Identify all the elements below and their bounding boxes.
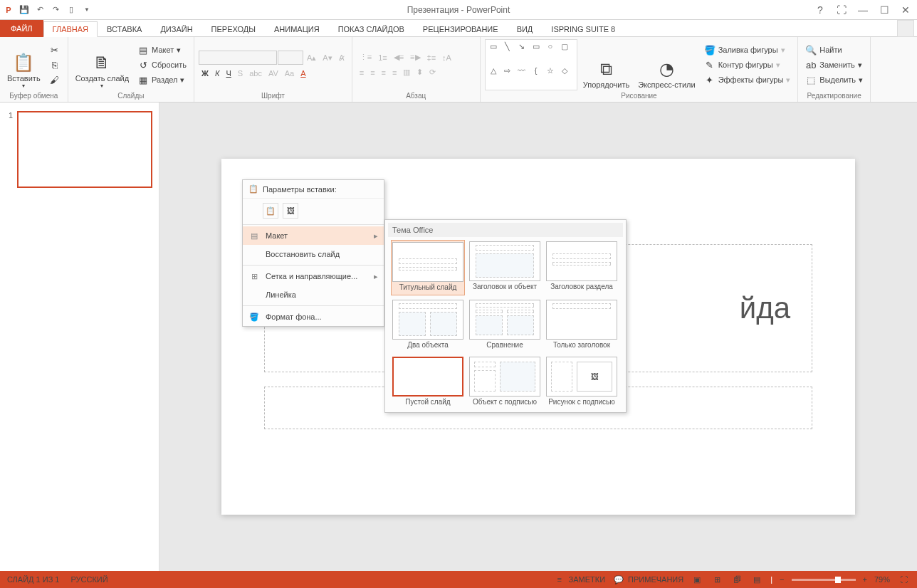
layout-two-content[interactable]: Два объекта — [391, 298, 465, 352]
char-spacing-button[interactable]: AV — [266, 68, 281, 79]
align-left-button[interactable]: ≡ — [357, 66, 367, 78]
paste-button[interactable]: 📋 Вставить ▾ — [4, 39, 43, 90]
shape-line-icon[interactable]: ╲ — [501, 41, 514, 51]
shapes-gallery[interactable]: ▭ ╲ ↘ ▭ ○ ▢ △ ⇨ 〰 { ☆ ◇ — [485, 39, 577, 90]
shape-rectangle-icon[interactable]: ▭ — [530, 41, 543, 51]
font-color-button[interactable]: A — [298, 68, 308, 79]
new-slide-button[interactable]: 🗎 Создать слайд ▾ — [73, 39, 132, 90]
increase-font-button[interactable]: A▴ — [304, 51, 319, 65]
grid-guides-menu-item[interactable]: ⊞ Сетка и направляющие... ▸ — [243, 267, 384, 285]
layout-button[interactable]: ▤Макет▾ — [135, 43, 189, 57]
maximize-icon[interactable]: ☐ — [877, 3, 891, 17]
user-avatar[interactable] — [897, 20, 914, 37]
restore-slide-menu-item[interactable]: Восстановить слайд — [243, 245, 384, 263]
quick-styles-button[interactable]: ◔ Экспресс-стили — [635, 39, 698, 90]
undo-icon[interactable]: ↶ — [34, 4, 46, 16]
shape-triangle-icon[interactable]: △ — [487, 65, 500, 75]
comments-button[interactable]: 💬ПРИМЕЧАНИЯ — [612, 573, 683, 586]
italic-button[interactable]: К — [212, 68, 222, 79]
change-case-button[interactable]: Aa — [282, 68, 297, 79]
section-button[interactable]: ▦Раздел▾ — [135, 73, 189, 87]
reading-view-icon[interactable]: 🗐 — [730, 573, 743, 586]
tab-ispring[interactable]: ISPRING SUITE 8 — [542, 21, 624, 37]
slideshow-view-icon[interactable]: ▤ — [750, 573, 763, 586]
paste-picture-button[interactable]: 🖼 — [283, 203, 298, 219]
shape-textbox-icon[interactable]: ▭ — [487, 41, 500, 51]
help-icon[interactable]: ? — [813, 3, 827, 17]
layout-section-header[interactable]: Заголовок раздела — [545, 240, 619, 295]
tab-insert[interactable]: ВСТАВКА — [98, 21, 151, 37]
layout-picture-caption[interactable]: 🖼 Рисунок с подписью — [545, 355, 619, 409]
layout-comparison[interactable]: Сравнение — [468, 298, 542, 352]
decrease-indent-button[interactable]: ◀≡ — [391, 51, 407, 63]
thumbnail-1[interactable]: 1 — [6, 111, 153, 188]
tab-home[interactable]: ГЛАВНАЯ — [43, 21, 98, 37]
shape-effects-button[interactable]: ✦Эффекты фигуры▾ — [701, 73, 794, 87]
underline-button[interactable]: Ч — [223, 68, 234, 79]
tab-view[interactable]: ВИД — [508, 21, 543, 37]
align-center-button[interactable]: ≡ — [367, 66, 377, 78]
layout-title-slide[interactable]: Титульный слайд — [391, 240, 465, 295]
font-family-combo[interactable] — [199, 51, 277, 65]
layout-title-content[interactable]: Заголовок и объект — [468, 240, 542, 295]
language-indicator[interactable]: РУССКИЙ — [70, 575, 108, 584]
close-icon[interactable]: ✕ — [898, 3, 913, 17]
find-button[interactable]: 🔍Найти — [802, 43, 866, 57]
shape-arrow-icon[interactable]: ↘ — [515, 41, 528, 51]
zoom-level[interactable]: 79% — [874, 575, 890, 584]
zoom-out-button[interactable]: − — [780, 575, 784, 584]
line-spacing-button[interactable]: ‡≡ — [424, 51, 439, 63]
format-background-menu-item[interactable]: 🪣 Формат фона... — [243, 308, 384, 326]
tab-file[interactable]: ФАЙЛ — [0, 20, 43, 37]
slide-indicator[interactable]: СЛАЙД 1 ИЗ 1 — [7, 575, 59, 584]
shape-callout-icon[interactable]: ◇ — [558, 65, 571, 75]
zoom-in-button[interactable]: + — [863, 575, 867, 584]
text-direction-button[interactable]: ↕A — [439, 51, 454, 63]
shape-brace-icon[interactable]: { — [530, 65, 543, 75]
shape-outline-button[interactable]: ✎Контур фигуры▾ — [701, 58, 794, 72]
arrange-button[interactable]: ⧉ Упорядочить — [580, 39, 632, 90]
qat-dropdown-icon[interactable]: ▼ — [81, 4, 93, 16]
align-text-button[interactable]: ⬍ — [414, 66, 426, 78]
shadow-button[interactable]: abc — [246, 68, 265, 79]
layout-blank[interactable]: Пустой слайд — [391, 355, 465, 409]
shape-curve-icon[interactable]: 〰 — [515, 65, 528, 75]
smartart-button[interactable]: ⟳ — [426, 66, 439, 78]
notes-button[interactable]: ≡ЗАМЕТКИ — [553, 573, 606, 586]
redo-icon[interactable]: ↷ — [50, 4, 61, 16]
tab-animations[interactable]: АНИМАЦИЯ — [265, 21, 329, 37]
copy-button[interactable]: ⎘ — [46, 58, 63, 72]
decrease-font-button[interactable]: A▾ — [320, 51, 335, 65]
paste-keep-source-button[interactable]: 📋 — [263, 203, 278, 219]
layout-title-only[interactable]: Только заголовок — [545, 298, 619, 352]
reset-button[interactable]: ↺Сбросить — [135, 58, 189, 72]
clear-formatting-button[interactable]: A̷ — [336, 51, 347, 65]
layout-menu-item[interactable]: ▤ Макет ▸ — [243, 226, 384, 245]
select-button[interactable]: ⬚Выделить▾ — [802, 73, 866, 87]
strikethrough-button[interactable]: S — [235, 68, 246, 79]
fit-to-window-icon[interactable]: ⛶ — [897, 573, 910, 586]
shape-fill-button[interactable]: 🪣Заливка фигуры▾ — [701, 43, 794, 57]
replace-button[interactable]: abЗаменить▾ — [802, 58, 866, 72]
sorter-view-icon[interactable]: ⊞ — [711, 573, 723, 586]
zoom-slider[interactable] — [792, 579, 856, 581]
ribbon-display-icon[interactable]: ⛶ — [834, 3, 849, 17]
align-right-button[interactable]: ≡ — [379, 66, 389, 78]
format-painter-button[interactable]: 🖌 — [46, 73, 63, 87]
bold-button[interactable]: Ж — [199, 68, 211, 79]
minimize-icon[interactable]: — — [856, 3, 870, 17]
shape-oval-icon[interactable]: ○ — [544, 41, 557, 51]
tab-slideshow[interactable]: ПОКАЗ СЛАЙДОВ — [329, 21, 414, 37]
bullets-button[interactable]: ⋮≡ — [357, 51, 374, 63]
layout-content-caption[interactable]: Объект с подписью — [468, 355, 542, 409]
tab-transitions[interactable]: ПЕРЕХОДЫ — [202, 21, 265, 37]
shape-star-icon[interactable]: ☆ — [544, 65, 557, 75]
shape-rounded-icon[interactable]: ▢ — [558, 41, 571, 51]
font-size-combo[interactable] — [278, 51, 303, 65]
normal-view-icon[interactable]: ▣ — [691, 573, 703, 586]
tab-design[interactable]: ДИЗАЙН — [151, 21, 201, 37]
justify-button[interactable]: ≡ — [389, 66, 399, 78]
save-icon[interactable]: 💾 — [19, 4, 30, 16]
cut-button[interactable]: ✂ — [46, 43, 63, 57]
numbering-button[interactable]: 1≡ — [375, 51, 390, 63]
